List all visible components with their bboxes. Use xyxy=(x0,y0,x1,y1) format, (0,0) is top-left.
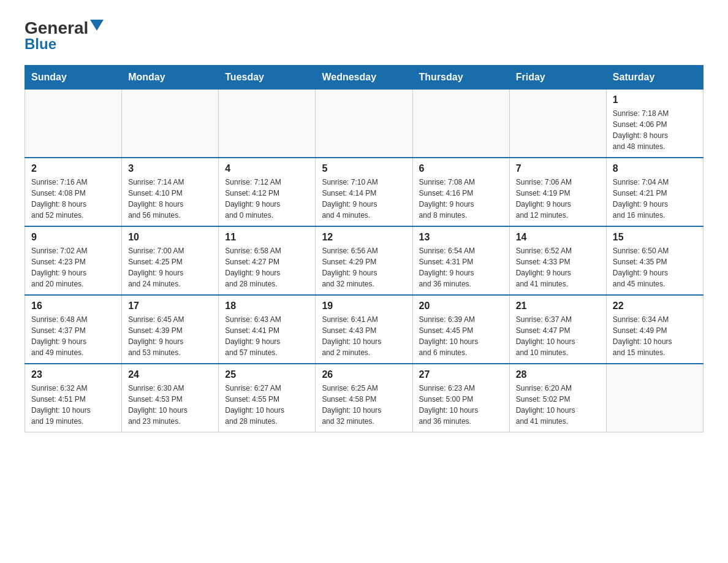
day-number: 20 xyxy=(419,301,503,312)
day-number: 9 xyxy=(31,232,115,243)
calendar-day: 6Sunrise: 7:08 AM Sunset: 4:16 PM Daylig… xyxy=(412,158,509,226)
calendar-day xyxy=(122,90,219,158)
calendar-day: 12Sunrise: 6:56 AM Sunset: 4:29 PM Dayli… xyxy=(316,226,412,295)
calendar-day: 9Sunrise: 7:02 AM Sunset: 4:23 PM Daylig… xyxy=(25,226,122,295)
day-info: Sunrise: 7:12 AM Sunset: 4:12 PM Dayligh… xyxy=(225,177,309,221)
logo: General Blue xyxy=(25,18,104,53)
calendar-week-row: 23Sunrise: 6:32 AM Sunset: 4:51 PM Dayli… xyxy=(25,364,703,432)
day-info: Sunrise: 6:58 AM Sunset: 4:27 PM Dayligh… xyxy=(225,245,309,289)
day-number: 1 xyxy=(613,94,697,105)
day-info: Sunrise: 6:34 AM Sunset: 4:49 PM Dayligh… xyxy=(613,314,697,358)
calendar-day xyxy=(25,90,122,158)
calendar-day: 1Sunrise: 7:18 AM Sunset: 4:06 PM Daylig… xyxy=(606,90,703,158)
column-header-friday: Friday xyxy=(509,66,606,90)
day-info: Sunrise: 6:37 AM Sunset: 4:47 PM Dayligh… xyxy=(516,314,600,358)
column-header-wednesday: Wednesday xyxy=(316,66,412,90)
day-info: Sunrise: 6:43 AM Sunset: 4:41 PM Dayligh… xyxy=(225,314,309,358)
svg-marker-0 xyxy=(90,20,104,31)
day-info: Sunrise: 6:48 AM Sunset: 4:37 PM Dayligh… xyxy=(31,314,115,358)
calendar-day: 2Sunrise: 7:16 AM Sunset: 4:08 PM Daylig… xyxy=(25,158,122,226)
day-info: Sunrise: 6:50 AM Sunset: 4:35 PM Dayligh… xyxy=(613,245,697,289)
calendar-day: 15Sunrise: 6:50 AM Sunset: 4:35 PM Dayli… xyxy=(606,226,703,295)
day-info: Sunrise: 6:23 AM Sunset: 5:00 PM Dayligh… xyxy=(419,383,503,427)
calendar-day xyxy=(509,90,606,158)
day-info: Sunrise: 6:56 AM Sunset: 4:29 PM Dayligh… xyxy=(322,245,406,289)
calendar-day: 16Sunrise: 6:48 AM Sunset: 4:37 PM Dayli… xyxy=(25,295,122,364)
day-number: 16 xyxy=(31,301,115,312)
day-info: Sunrise: 7:02 AM Sunset: 4:23 PM Dayligh… xyxy=(31,245,115,289)
day-info: Sunrise: 6:25 AM Sunset: 4:58 PM Dayligh… xyxy=(322,383,406,427)
calendar-day: 21Sunrise: 6:37 AM Sunset: 4:47 PM Dayli… xyxy=(509,295,606,364)
calendar-day: 19Sunrise: 6:41 AM Sunset: 4:43 PM Dayli… xyxy=(316,295,412,364)
day-info: Sunrise: 7:04 AM Sunset: 4:21 PM Dayligh… xyxy=(613,177,697,221)
day-info: Sunrise: 7:08 AM Sunset: 4:16 PM Dayligh… xyxy=(419,177,503,221)
day-number: 11 xyxy=(225,232,309,243)
calendar-day: 20Sunrise: 6:39 AM Sunset: 4:45 PM Dayli… xyxy=(412,295,509,364)
day-number: 15 xyxy=(613,232,697,243)
calendar-day: 5Sunrise: 7:10 AM Sunset: 4:14 PM Daylig… xyxy=(316,158,412,226)
day-number: 23 xyxy=(31,369,115,380)
calendar-day: 17Sunrise: 6:45 AM Sunset: 4:39 PM Dayli… xyxy=(122,295,219,364)
day-number: 22 xyxy=(613,301,697,312)
calendar-day xyxy=(606,364,703,432)
day-number: 26 xyxy=(322,369,406,380)
calendar-day: 27Sunrise: 6:23 AM Sunset: 5:00 PM Dayli… xyxy=(412,364,509,432)
calendar-day: 22Sunrise: 6:34 AM Sunset: 4:49 PM Dayli… xyxy=(606,295,703,364)
day-number: 28 xyxy=(516,369,600,380)
calendar-day: 11Sunrise: 6:58 AM Sunset: 4:27 PM Dayli… xyxy=(219,226,316,295)
day-info: Sunrise: 6:32 AM Sunset: 4:51 PM Dayligh… xyxy=(31,383,115,427)
day-number: 27 xyxy=(419,369,503,380)
day-info: Sunrise: 6:27 AM Sunset: 4:55 PM Dayligh… xyxy=(225,383,309,427)
day-number: 10 xyxy=(128,232,212,243)
day-number: 5 xyxy=(322,163,406,174)
day-info: Sunrise: 6:45 AM Sunset: 4:39 PM Dayligh… xyxy=(128,314,212,358)
calendar-day: 13Sunrise: 6:54 AM Sunset: 4:31 PM Dayli… xyxy=(412,226,509,295)
calendar-day: 7Sunrise: 7:06 AM Sunset: 4:19 PM Daylig… xyxy=(509,158,606,226)
day-info: Sunrise: 6:52 AM Sunset: 4:33 PM Dayligh… xyxy=(516,245,600,289)
column-header-thursday: Thursday xyxy=(412,66,509,90)
calendar-day: 23Sunrise: 6:32 AM Sunset: 4:51 PM Dayli… xyxy=(25,364,122,432)
day-info: Sunrise: 7:16 AM Sunset: 4:08 PM Dayligh… xyxy=(31,177,115,221)
calendar-day: 18Sunrise: 6:43 AM Sunset: 4:41 PM Dayli… xyxy=(219,295,316,364)
day-number: 3 xyxy=(128,163,212,174)
day-info: Sunrise: 6:30 AM Sunset: 4:53 PM Dayligh… xyxy=(128,383,212,427)
column-header-saturday: Saturday xyxy=(606,66,703,90)
day-info: Sunrise: 7:00 AM Sunset: 4:25 PM Dayligh… xyxy=(128,245,212,289)
column-header-sunday: Sunday xyxy=(25,66,122,90)
calendar-day: 24Sunrise: 6:30 AM Sunset: 4:53 PM Dayli… xyxy=(122,364,219,432)
calendar-day xyxy=(412,90,509,158)
day-number: 18 xyxy=(225,301,309,312)
calendar-day: 25Sunrise: 6:27 AM Sunset: 4:55 PM Dayli… xyxy=(219,364,316,432)
column-header-monday: Monday xyxy=(122,66,219,90)
logo-text-blue: Blue xyxy=(25,36,56,53)
day-info: Sunrise: 7:14 AM Sunset: 4:10 PM Dayligh… xyxy=(128,177,212,221)
day-info: Sunrise: 6:54 AM Sunset: 4:31 PM Dayligh… xyxy=(419,245,503,289)
day-info: Sunrise: 7:10 AM Sunset: 4:14 PM Dayligh… xyxy=(322,177,406,221)
day-number: 7 xyxy=(516,163,600,174)
day-number: 13 xyxy=(419,232,503,243)
column-header-tuesday: Tuesday xyxy=(219,66,316,90)
calendar-header-row: SundayMondayTuesdayWednesdayThursdayFrid… xyxy=(25,66,703,90)
calendar-day xyxy=(219,90,316,158)
day-number: 4 xyxy=(225,163,309,174)
day-info: Sunrise: 6:39 AM Sunset: 4:45 PM Dayligh… xyxy=(419,314,503,358)
calendar-week-row: 16Sunrise: 6:48 AM Sunset: 4:37 PM Dayli… xyxy=(25,295,703,364)
day-number: 21 xyxy=(516,301,600,312)
calendar-day: 8Sunrise: 7:04 AM Sunset: 4:21 PM Daylig… xyxy=(606,158,703,226)
calendar-day: 14Sunrise: 6:52 AM Sunset: 4:33 PM Dayli… xyxy=(509,226,606,295)
day-info: Sunrise: 7:06 AM Sunset: 4:19 PM Dayligh… xyxy=(516,177,600,221)
day-number: 12 xyxy=(322,232,406,243)
calendar-day xyxy=(316,90,412,158)
day-info: Sunrise: 6:20 AM Sunset: 5:02 PM Dayligh… xyxy=(516,383,600,427)
day-number: 2 xyxy=(31,163,115,174)
calendar-week-row: 9Sunrise: 7:02 AM Sunset: 4:23 PM Daylig… xyxy=(25,226,703,295)
day-info: Sunrise: 6:41 AM Sunset: 4:43 PM Dayligh… xyxy=(322,314,406,358)
day-number: 17 xyxy=(128,301,212,312)
page-header: General Blue xyxy=(25,18,703,53)
day-number: 6 xyxy=(419,163,503,174)
calendar-week-row: 2Sunrise: 7:16 AM Sunset: 4:08 PM Daylig… xyxy=(25,158,703,226)
day-info: Sunrise: 7:18 AM Sunset: 4:06 PM Dayligh… xyxy=(613,108,697,152)
calendar-day: 4Sunrise: 7:12 AM Sunset: 4:12 PM Daylig… xyxy=(219,158,316,226)
calendar-week-row: 1Sunrise: 7:18 AM Sunset: 4:06 PM Daylig… xyxy=(25,90,703,158)
day-number: 8 xyxy=(613,163,697,174)
